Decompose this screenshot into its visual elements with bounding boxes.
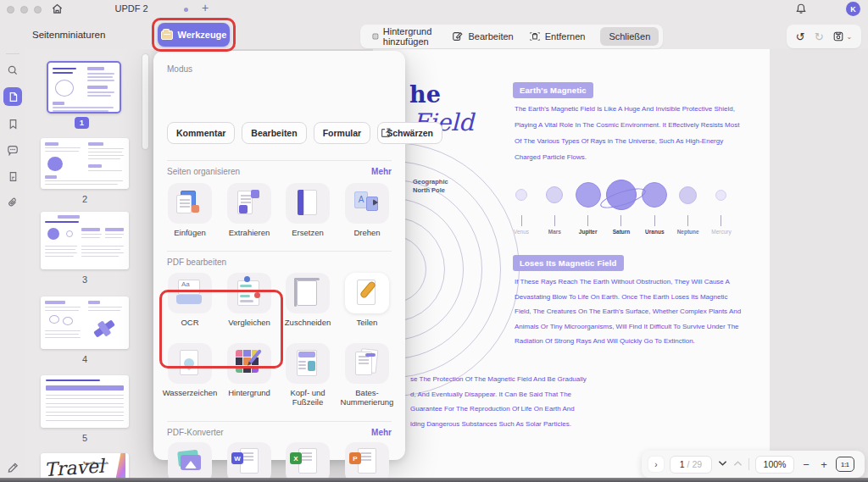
mode-buttons-row: Kommentar Bearbeiten Formular Schwärzen: [167, 122, 442, 144]
thumbnail-page-2[interactable]: [41, 138, 129, 189]
thumbnail-preview: [41, 296, 129, 349]
attachment-paperclip-icon[interactable]: [3, 193, 22, 212]
undo-icon[interactable]: ↺: [796, 30, 805, 43]
planet-circle: [606, 180, 637, 210]
planet-saturn: Saturn: [605, 178, 637, 235]
tool-ocr[interactable]: Aa OCR: [160, 273, 220, 327]
thumbnails-scrollbar[interactable]: [142, 54, 148, 149]
thumbnail-page-1[interactable]: [47, 61, 121, 114]
prev-page-chevron-icon[interactable]: [733, 460, 743, 468]
planets-diagram: Venus Mars Jupiter Saturn Uranus Neptune…: [505, 178, 737, 235]
page-number-input[interactable]: 1 / 29: [670, 456, 712, 474]
new-tab-button[interactable]: +: [198, 1, 212, 14]
thumbnails-panel: 1 2: [25, 49, 153, 482]
home-icon[interactable]: [51, 3, 64, 19]
collapse-arrow-icon[interactable]: ›: [648, 457, 664, 472]
crop-icon: [286, 273, 330, 313]
history-toolbar: ↺ ↻ ⌄: [787, 25, 861, 48]
thumbnail-preview: [48, 63, 120, 112]
document-background: [770, 49, 868, 482]
tool-zuschneiden[interactable]: Zuschneiden: [278, 273, 337, 327]
add-background-button[interactable]: Hintergrund hinzufügen: [367, 24, 442, 49]
zoom-in-button[interactable]: +: [818, 458, 830, 471]
page-number: 5: [76, 433, 93, 443]
traffic-lights[interactable]: [7, 6, 42, 14]
word-convert-icon: W: [227, 442, 271, 482]
bookmarks-icon[interactable]: [3, 114, 22, 133]
tool-drehen[interactable]: A Drehen: [337, 183, 397, 237]
window-bottom-edge: [0, 478, 868, 482]
actual-size-button[interactable]: 1:1: [836, 457, 854, 472]
paragraph-1: The Earth's Magnetic Field Is Like A Hug…: [515, 105, 739, 169]
organize-more-link[interactable]: Mehr: [371, 167, 392, 176]
panel-divider: [167, 421, 392, 422]
comments-icon[interactable]: [3, 141, 22, 159]
mode-kommentar-button[interactable]: Kommentar: [167, 122, 235, 144]
redo-icon[interactable]: ↻: [815, 30, 824, 43]
next-page-chevron-icon[interactable]: [718, 460, 727, 468]
save-button[interactable]: ⌄: [832, 30, 852, 42]
doc-title-fragment: he: [409, 81, 441, 108]
travel-cover-text: Travel: [43, 454, 126, 481]
tools-button[interactable]: Werkzeuge: [158, 23, 230, 47]
tool-extrahieren[interactable]: Extrahieren: [220, 183, 279, 237]
panel-divider: [167, 160, 392, 161]
tool-powerpoint[interactable]: P PowerPoint: [337, 442, 397, 482]
minimize-window-icon[interactable]: [20, 6, 28, 14]
extract-pages-icon: [227, 183, 271, 224]
tool-word[interactable]: W Word: [220, 442, 279, 482]
sidebar-panel-title: Seitenminiaturen: [32, 30, 105, 40]
notifications-bell-icon[interactable]: [795, 3, 807, 19]
document-info-icon[interactable]: [3, 167, 22, 186]
tools-dropdown-panel: Modus Kommentar Bearbeiten Formular Schw…: [153, 51, 405, 460]
split-icon: [345, 273, 389, 313]
top-toolbar: Seitenminiaturen Werkzeuge Hintergrund h…: [0, 19, 868, 49]
thumbnails-panel-icon[interactable]: [3, 87, 22, 106]
tool-ersetzen[interactable]: Ersetzen: [278, 183, 337, 237]
thumbnail-page-4[interactable]: [41, 296, 129, 349]
tool-bates[interactable]: Bates-Nummerierung: [337, 343, 397, 407]
tool-vergleichen[interactable]: Vergleichen: [220, 273, 279, 327]
mode-formular-button[interactable]: Formular: [314, 122, 371, 144]
converter-more-link[interactable]: Mehr: [371, 428, 392, 437]
tool-kopf-fusszeile[interactable]: Kopf- und Fußzeile: [278, 343, 337, 407]
thumbnail-page-3[interactable]: [41, 212, 129, 269]
close-window-icon[interactable]: [7, 6, 14, 14]
search-icon[interactable]: [3, 61, 22, 80]
tools-folder-icon: [161, 30, 173, 40]
insert-pages-icon: [168, 183, 212, 224]
remove-background-button[interactable]: Entfernen: [524, 28, 591, 45]
zoom-level-input[interactable]: 100%: [755, 456, 794, 474]
thumbnail-preview: [41, 138, 129, 189]
open-in-new-window-icon[interactable]: [380, 127, 392, 142]
page-number: 2: [76, 194, 93, 204]
tool-excel[interactable]: X Excel: [278, 442, 337, 482]
tool-hintergrund[interactable]: Hintergrund: [220, 343, 279, 397]
tool-teilen[interactable]: Teilen: [337, 273, 397, 327]
page-number: 4: [76, 354, 93, 364]
zoom-out-button[interactable]: −: [800, 458, 812, 471]
trash-icon: [529, 30, 541, 42]
tool-bild[interactable]: Bild: [160, 442, 220, 482]
zoom-window-icon[interactable]: [34, 6, 42, 14]
edit-background-button[interactable]: Bearbeiten: [447, 28, 518, 45]
thumbnail-page-5[interactable]: [41, 375, 129, 428]
image-convert-icon: [168, 442, 212, 482]
tool-wasserzeichen[interactable]: Wasserzeichen: [160, 343, 220, 397]
planet-circle: [576, 182, 601, 208]
planet-venus: Venus: [505, 178, 537, 235]
page-navigation-bar: › 1 / 29 100% − + 1:1: [642, 451, 865, 478]
close-background-mode-button[interactable]: Schließen: [600, 27, 659, 46]
planet-mars: Mars: [538, 178, 570, 235]
tool-einfuegen[interactable]: Einfügen: [160, 183, 220, 237]
stamp-signature-icon[interactable]: [3, 457, 22, 476]
header-footer-icon: [286, 343, 330, 384]
mode-bearbeiten-button[interactable]: Bearbeiten: [242, 122, 306, 144]
rotate-pages-icon: A: [345, 183, 389, 224]
background-icon: [227, 343, 271, 384]
pdf-page[interactable]: he Field Geographic North Pole Earth's M…: [373, 49, 770, 482]
converter-section-title: PDF-Konverter: [167, 428, 224, 437]
user-avatar[interactable]: K: [846, 2, 860, 16]
tab-title[interactable]: UPDF 2: [93, 3, 170, 14]
thumbnail-preview: [41, 375, 129, 428]
